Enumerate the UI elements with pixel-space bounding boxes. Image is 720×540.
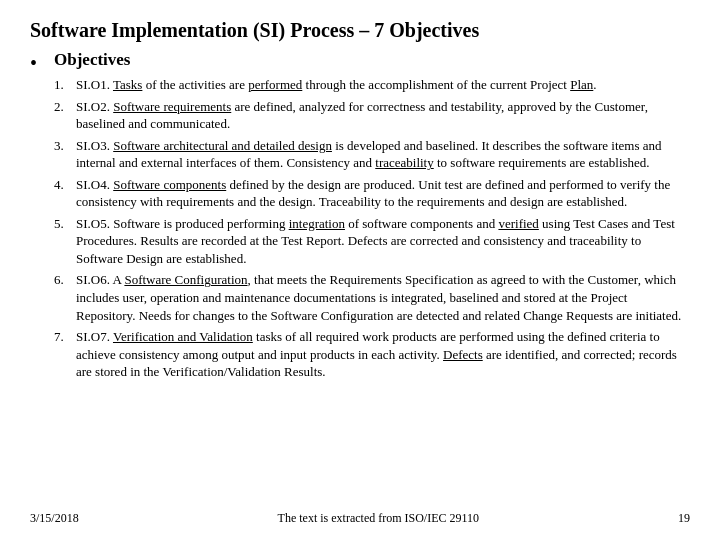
list-item: 7.SI.O7. Verification and Validation tas… bbox=[54, 328, 690, 381]
list-item: 6.SI.O6. A Software Configuration, that … bbox=[54, 271, 690, 324]
list-item: 5.SI.O5. Software is produced performing… bbox=[54, 215, 690, 268]
section-title: Objectives bbox=[54, 50, 690, 70]
page: Software Implementation (SI) Process – 7… bbox=[0, 0, 720, 540]
right-col: Objectives 1.SI.O1. Tasks of the activit… bbox=[54, 50, 690, 505]
obj-num: 1. bbox=[54, 76, 76, 94]
list-item: 4.SI.O4. Software components defined by … bbox=[54, 176, 690, 211]
obj-num: 5. bbox=[54, 215, 76, 268]
obj-num: 6. bbox=[54, 271, 76, 324]
footer-center: The text is extracted from ISO/IEC 29110 bbox=[79, 511, 678, 526]
obj-text: SI.O7. Verification and Validation tasks… bbox=[76, 328, 690, 381]
obj-text: SI.O3. Software architectural and detail… bbox=[76, 137, 690, 172]
obj-num: 4. bbox=[54, 176, 76, 211]
footer-page: 19 bbox=[678, 511, 690, 526]
objectives-list: 1.SI.O1. Tasks of the activities are per… bbox=[54, 76, 690, 381]
list-item: 1.SI.O1. Tasks of the activities are per… bbox=[54, 76, 690, 94]
list-item: 3.SI.O3. Software architectural and deta… bbox=[54, 137, 690, 172]
obj-text: SI.O2. Software requirements are defined… bbox=[76, 98, 690, 133]
obj-num: 3. bbox=[54, 137, 76, 172]
page-title: Software Implementation (SI) Process – 7… bbox=[30, 18, 690, 42]
obj-text: SI.O6. A Software Configuration, that me… bbox=[76, 271, 690, 324]
bullet: • bbox=[30, 50, 54, 505]
obj-num: 7. bbox=[54, 328, 76, 381]
content-area: • Objectives 1.SI.O1. Tasks of the activ… bbox=[30, 50, 690, 505]
obj-text: SI.O4. Software components defined by th… bbox=[76, 176, 690, 211]
list-item: 2.SI.O2. Software requirements are defin… bbox=[54, 98, 690, 133]
obj-text: SI.O1. Tasks of the activities are perfo… bbox=[76, 76, 690, 94]
footer-date: 3/15/2018 bbox=[30, 511, 79, 526]
obj-num: 2. bbox=[54, 98, 76, 133]
obj-text: SI.O5. Software is produced performing i… bbox=[76, 215, 690, 268]
footer: 3/15/2018 The text is extracted from ISO… bbox=[30, 511, 690, 526]
